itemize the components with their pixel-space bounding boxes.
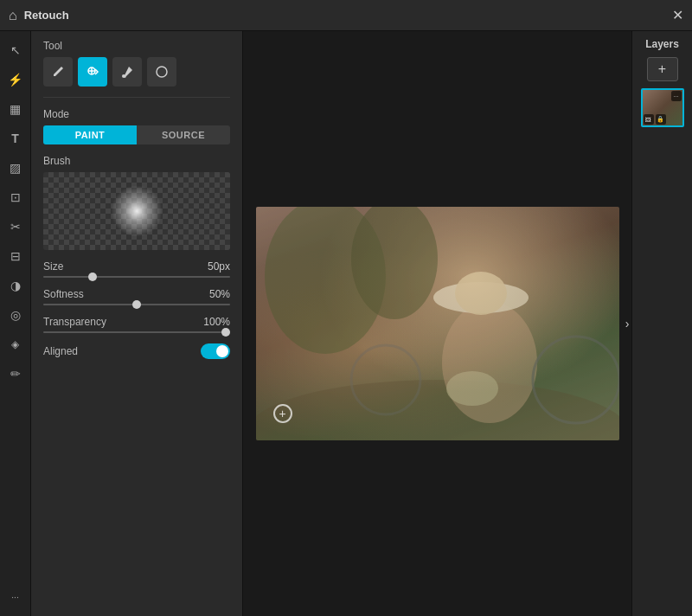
crosshair-indicator[interactable]: + <box>273 404 292 423</box>
eraser-tool-button[interactable] <box>147 57 176 87</box>
transparency-label: Transparency <box>43 316 112 328</box>
brush-section: Brush <box>43 155 230 250</box>
tool-label: Tool <box>43 40 230 52</box>
photo <box>256 207 619 440</box>
sidebar-item-sliders[interactable]: ⊟ <box>3 244 28 268</box>
divider-1 <box>43 97 230 98</box>
topbar-title: Retouch <box>24 9 69 22</box>
layer-image-icon: 🖼 <box>644 114 654 125</box>
softness-slider-section: Softness 50% <box>43 288 230 305</box>
layers-title: Layers <box>645 38 679 50</box>
layer-more-icon[interactable]: ··· <box>671 91 682 101</box>
main-layout: ↖ ⚡ ▦ T ▨ ⊡ ✂ ⊟ ◑ ◎ ◈ ✏ ··· Tool <box>0 31 692 616</box>
clone-tool-button[interactable] <box>78 57 107 87</box>
sidebar-item-lightning[interactable]: ⚡ <box>3 67 28 92</box>
aligned-label: Aligned <box>43 345 112 357</box>
sidebar-item-text[interactable]: T <box>3 126 28 151</box>
softness-row: Softness 50% <box>43 288 230 300</box>
dropper-tool-button[interactable] <box>112 57 142 87</box>
softness-label: Softness <box>43 288 112 300</box>
sidebar-item-dropper[interactable]: ◈ <box>3 332 28 356</box>
transparency-slider[interactable] <box>43 331 230 333</box>
layer-lock-icon: 🔒 <box>656 114 666 125</box>
sidebar-item-pointer[interactable]: ↖ <box>3 38 28 62</box>
svg-point-4 <box>157 67 167 77</box>
transparency-value: 100% <box>200 316 230 328</box>
sidebar-item-halfcircle[interactable]: ◑ <box>3 273 28 298</box>
svg-point-7 <box>256 380 619 440</box>
layer-top-icons: ··· <box>671 91 682 101</box>
add-layer-button[interactable]: + <box>647 57 678 81</box>
layer-bottom-icons: 🖼 🔒 <box>644 114 666 125</box>
softness-value: 50% <box>200 288 230 300</box>
icon-bar: ↖ ⚡ ▦ T ▨ ⊡ ✂ ⊟ ◑ ◎ ◈ ✏ ··· <box>0 31 31 616</box>
tool-buttons <box>43 57 230 87</box>
size-slider-section: Size 50px <box>43 260 230 278</box>
sidebar-item-pen[interactable]: ✏ <box>3 362 28 386</box>
sidebar-item-more[interactable]: ··· <box>3 585 28 609</box>
transparency-row: Transparency 100% <box>43 316 230 328</box>
expand-arrow-icon[interactable]: › <box>625 317 630 330</box>
tool-section: Tool <box>43 40 230 87</box>
toggle-knob <box>216 345 228 357</box>
brush-label: Brush <box>43 155 230 167</box>
sidebar-item-spiral[interactable]: ◎ <box>3 303 28 327</box>
layer-thumbnail[interactable]: ··· 🖼 🔒 <box>641 88 684 127</box>
transparency-slider-section: Transparency 100% <box>43 316 230 333</box>
svg-point-3 <box>122 74 125 78</box>
sidebar-item-scissors[interactable]: ✂ <box>3 215 28 239</box>
softness-slider[interactable] <box>43 304 230 305</box>
sidebar-item-crop[interactable]: ⊡ <box>3 185 28 209</box>
close-button[interactable]: ✕ <box>672 7 683 23</box>
size-slider[interactable] <box>43 276 230 278</box>
svg-point-13 <box>446 371 498 406</box>
left-panel: Tool <box>31 31 243 616</box>
svg-point-10 <box>455 272 507 315</box>
top-bar: ⌂ Retouch ✕ <box>0 0 692 31</box>
aligned-toggle[interactable] <box>201 343 230 359</box>
svg-point-8 <box>442 302 537 423</box>
sidebar-item-grid[interactable]: ▦ <box>3 97 28 121</box>
source-mode-button[interactable]: SOURCE <box>137 125 230 144</box>
brush-glow <box>111 185 163 237</box>
size-value: 50px <box>200 260 230 273</box>
paint-mode-button[interactable]: PAINT <box>43 125 137 144</box>
size-label: Size <box>43 260 112 273</box>
mode-toggle: PAINT SOURCE <box>43 125 230 144</box>
layers-panel: Layers + ··· 🖼 🔒 <box>631 31 692 616</box>
aligned-row: Aligned <box>43 343 230 359</box>
size-row: Size 50px <box>43 260 230 273</box>
canvas-area[interactable]: + › <box>243 31 631 616</box>
mode-section: Mode PAINT SOURCE <box>43 108 230 144</box>
pencil-tool-button[interactable] <box>43 57 73 87</box>
image-container: + › <box>256 207 619 440</box>
mode-label: Mode <box>43 108 230 120</box>
brush-preview <box>43 172 230 250</box>
sidebar-item-hatch[interactable]: ▨ <box>3 156 28 180</box>
home-icon[interactable]: ⌂ <box>9 8 17 23</box>
